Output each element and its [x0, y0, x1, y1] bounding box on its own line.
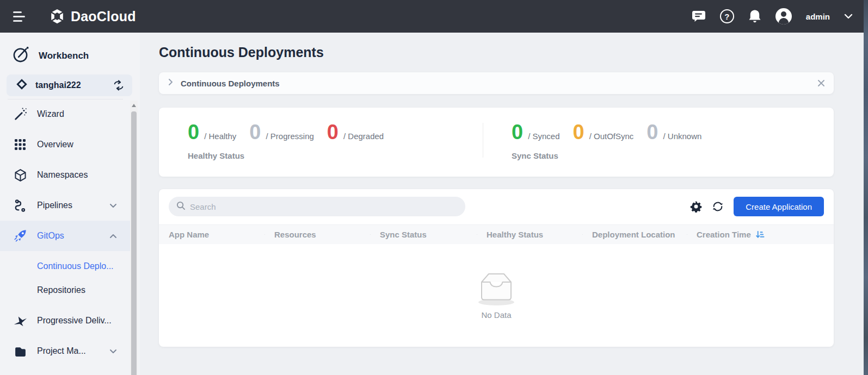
user-avatar[interactable]	[775, 8, 792, 24]
stat-value: 0	[327, 122, 338, 142]
stat-label: / Degraded	[343, 132, 384, 141]
search-icon	[176, 201, 186, 212]
sidebar-item-project-management[interactable]: Project Ma...	[0, 336, 130, 366]
sidebar-item-label: Wizard	[37, 109, 64, 119]
breadcrumb-chevron-icon[interactable]	[168, 78, 173, 88]
status-summary-card: 0 / Healthy 0 / Progressing 0 / Degraded…	[159, 108, 834, 177]
sidebar-item-progressive-delivery[interactable]: Progressive Deliv...	[0, 305, 130, 336]
sidebar-menu: Wizard Overview Names	[0, 99, 130, 366]
user-name[interactable]: admin	[806, 12, 830, 21]
stat-healthy: 0 / Healthy	[188, 122, 236, 142]
search-box[interactable]	[169, 197, 465, 216]
sidebar-subitem-label: Repositories	[37, 285, 85, 295]
sync-status-title: Sync Status	[512, 151, 701, 160]
cube-icon	[13, 168, 27, 182]
help-icon[interactable]: ?	[720, 9, 734, 23]
search-input[interactable]	[190, 202, 458, 211]
stat-value: 0	[249, 122, 261, 142]
sidebar-item-workbench[interactable]: Workbench	[12, 46, 89, 66]
table-toolbar: Create Application	[159, 189, 834, 216]
workbench-label: Workbench	[39, 51, 89, 61]
column-header-healthy-status[interactable]: Healthy Status	[477, 230, 582, 239]
sidebar-item-label: Overview	[37, 140, 73, 149]
bird-icon	[13, 314, 27, 328]
workbench-icon	[12, 46, 30, 66]
page-title: Continuous Deployments	[159, 45, 324, 60]
brand: DaoCloud	[49, 8, 136, 24]
sidebar-item-overview[interactable]: Overview	[0, 129, 130, 160]
column-header-app-name[interactable]: App Name	[159, 230, 264, 239]
sidebar-item-label: Project Ma...	[37, 346, 86, 356]
stat-label: / Synced	[528, 132, 559, 141]
column-header-resources[interactable]: Resources	[264, 230, 370, 239]
workspace-selector[interactable]: tanghai222	[7, 74, 132, 96]
stat-progressing: 0 / Progressing	[249, 122, 314, 142]
breadcrumb-current: Continuous Deployments	[181, 79, 280, 88]
topbar: DaoCloud ? admin	[0, 0, 868, 33]
empty-state-text: No Data	[481, 310, 511, 320]
scrollbar-thumb[interactable]	[131, 111, 137, 375]
breadcrumb: Continuous Deployments	[159, 72, 834, 94]
create-application-button[interactable]: Create Application	[734, 197, 824, 216]
close-icon[interactable]	[817, 79, 825, 87]
empty-inbox-icon	[475, 271, 518, 308]
sidebar-item-wizard[interactable]: Wizard	[0, 99, 130, 129]
brand-name: DaoCloud	[71, 9, 136, 24]
table-header-row: App Name Resources Sync Status Healthy S…	[159, 224, 834, 244]
sidebar-subitem-continuous-deployments[interactable]: Continuous Deplo...	[0, 254, 130, 278]
sidebar-item-label: Pipelines	[37, 201, 72, 210]
user-menu-chevron-down-icon[interactable]	[844, 14, 853, 19]
column-header-label: Creation Time	[697, 230, 751, 239]
stat-value: 0	[647, 122, 658, 142]
scroll-up-arrow-icon[interactable]	[132, 104, 136, 107]
stat-degraded: 0 / Degraded	[327, 122, 384, 142]
stats-divider	[483, 123, 483, 158]
switch-workspace-icon[interactable]	[113, 80, 125, 91]
rocket-icon	[13, 229, 27, 243]
settings-gear-icon[interactable]	[690, 201, 702, 212]
sidebar-item-label: Progressive Deliv...	[37, 316, 112, 326]
stat-label: / OutOfSync	[589, 132, 634, 141]
column-header-sync-status[interactable]: Sync Status	[370, 230, 477, 239]
stat-label: / Unknown	[663, 132, 702, 141]
healthy-status-group: 0 / Healthy 0 / Progressing 0 / Degraded…	[188, 122, 384, 160]
stat-unknown: 0 / Unknown	[647, 122, 701, 142]
daocloud-logo-icon	[49, 8, 65, 24]
stat-label: / Healthy	[204, 132, 236, 141]
sync-status-group: 0 / Synced 0 / OutOfSync 0 / Unknown Syn…	[512, 122, 701, 160]
window-edge-strip[interactable]	[864, 0, 868, 375]
workspace-icon	[15, 78, 28, 93]
table-actions: Create Application	[690, 197, 824, 216]
refresh-icon[interactable]	[712, 201, 724, 212]
column-header-creation-time[interactable]: Creation Time	[687, 230, 795, 239]
sidebar-subitem-repositories[interactable]: Repositories	[0, 278, 130, 302]
sidebar-scrollbar[interactable]	[130, 101, 138, 375]
workspace-name: tanghai222	[35, 80, 81, 90]
stat-value: 0	[512, 122, 523, 142]
stat-value: 0	[573, 122, 584, 142]
wand-icon	[13, 107, 27, 121]
healthy-status-title: Healthy Status	[188, 151, 384, 160]
grid-icon	[13, 139, 27, 151]
menu-toggle-icon[interactable]	[13, 11, 25, 22]
empty-state: No Data	[159, 244, 834, 347]
sidebar-subitem-label: Continuous Deplo...	[37, 261, 114, 271]
chevron-up-icon	[109, 234, 117, 239]
sidebar: Workbench tanghai222	[0, 33, 140, 375]
notifications-bell-icon[interactable]	[748, 9, 761, 23]
sidebar-item-namespaces[interactable]: Namespaces	[0, 160, 130, 190]
column-header-deployment-location[interactable]: Deployment Location	[582, 230, 687, 239]
folder-icon	[13, 345, 27, 358]
topbar-actions: ? admin	[692, 8, 853, 24]
sidebar-item-label: GitOps	[37, 231, 64, 241]
stat-label: / Progressing	[266, 132, 313, 141]
sort-descending-icon[interactable]	[755, 230, 765, 239]
chevron-down-icon	[109, 203, 117, 208]
main-content: Continuous Deployments Continuous Deploy…	[140, 33, 864, 375]
sidebar-item-pipelines[interactable]: Pipelines	[0, 190, 130, 221]
stat-synced: 0 / Synced	[512, 122, 560, 142]
messages-icon[interactable]	[692, 10, 706, 23]
sidebar-item-gitops[interactable]: GitOps	[0, 221, 130, 251]
pipeline-icon	[13, 199, 27, 212]
stat-value: 0	[188, 122, 199, 142]
